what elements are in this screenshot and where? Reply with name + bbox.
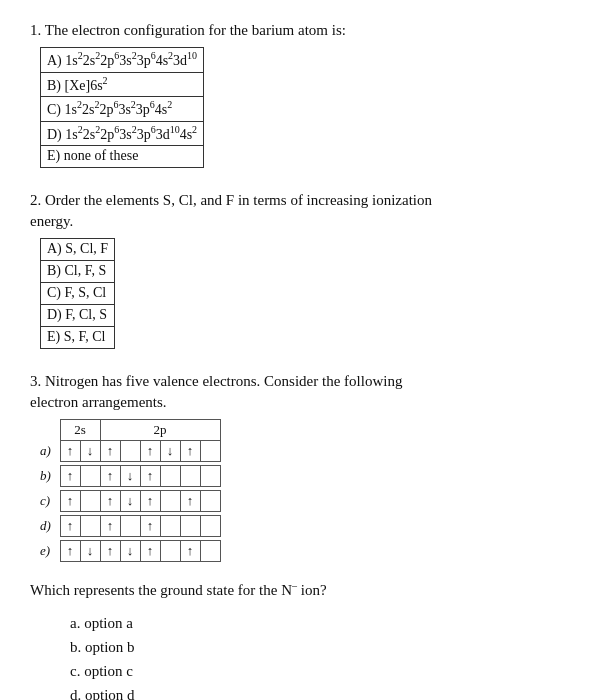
q1-option-b: B) [Xe]6s2 <box>41 72 204 97</box>
row-c-s-down <box>80 490 100 511</box>
row-a-s-down: ↓ <box>80 440 100 461</box>
question-3: 3. Nitrogen has five valence electrons. … <box>30 371 560 700</box>
electron-row-b: b) ↑ ↑ ↓ ↑ <box>40 465 220 486</box>
question-1-text: 1. The electron configuration for the ba… <box>30 20 560 41</box>
row-d-s-down <box>80 515 100 536</box>
q2-option-d: D) F, Cl, S <box>41 304 115 326</box>
row-d-p3-down <box>200 515 220 536</box>
row-d-p2-down <box>160 515 180 536</box>
question-2-text: 2. Order the elements S, Cl, and F in te… <box>30 190 560 232</box>
row-b-p1-up: ↑ <box>100 465 120 486</box>
q2-option-c: C) F, S, Cl <box>41 282 115 304</box>
electron-arrangement-table: 2s 2p a) ↑ ↓ ↑ ↑ ↓ ↑ b) ↑ ↑ ↓ ↑ <box>40 419 221 562</box>
row-b-p3-down <box>200 465 220 486</box>
table-row: A) S, Cl, F <box>41 239 115 261</box>
row-e-s-down: ↓ <box>80 540 100 561</box>
row-c-s-up: ↑ <box>60 490 80 511</box>
row-a-label: a) <box>40 440 60 461</box>
q2-options-table: A) S, Cl, F B) Cl, F, S C) F, S, Cl D) F… <box>40 238 115 348</box>
answer-c: c. option c <box>70 659 560 683</box>
row-d-p2-up: ↑ <box>140 515 160 536</box>
table-row: A) 1s22s22p63s23p64s23d10 <box>41 48 204 73</box>
q3-number: 3. <box>30 373 45 389</box>
answer-a: a. option a <box>70 611 560 635</box>
row-e-s-up: ↑ <box>60 540 80 561</box>
table-row: D) F, Cl, S <box>41 304 115 326</box>
row-b-label: b) <box>40 465 60 486</box>
table-row: C) F, S, Cl <box>41 282 115 304</box>
q1-option-c: C) 1s22s22p63s23p64s2 <box>41 97 204 122</box>
row-e-p3-down <box>200 540 220 561</box>
answer-section: a. option a b. option b c. option c d. o… <box>50 611 560 700</box>
answer-b: b. option b <box>70 635 560 659</box>
row-a-p3-down <box>200 440 220 461</box>
electron-row-a: a) ↑ ↓ ↑ ↑ ↓ ↑ <box>40 440 220 461</box>
row-e-p3-up: ↑ <box>180 540 200 561</box>
header-2s: 2s <box>60 419 100 440</box>
row-e-p2-down <box>160 540 180 561</box>
q2-option-a: A) S, Cl, F <box>41 239 115 261</box>
ground-state-question: Which represents the ground state for th… <box>30 579 560 601</box>
row-a-p3-up: ↑ <box>180 440 200 461</box>
q1-option-a: A) 1s22s22p63s23p64s23d10 <box>41 48 204 73</box>
row-a-s-up: ↑ <box>60 440 80 461</box>
row-a-p2-up: ↑ <box>140 440 160 461</box>
row-c-p3-up: ↑ <box>180 490 200 511</box>
row-b-p2-up: ↑ <box>140 465 160 486</box>
row-e-p1-down: ↓ <box>120 540 140 561</box>
table-row: E) S, F, Cl <box>41 326 115 348</box>
row-d-s-up: ↑ <box>60 515 80 536</box>
electron-header-row: 2s 2p <box>40 419 220 440</box>
q1-option-d: D) 1s22s22p63s23p63d104s2 <box>41 121 204 146</box>
row-e-p2-up: ↑ <box>140 540 160 561</box>
row-b-s-down <box>80 465 100 486</box>
row-d-p1-down <box>120 515 140 536</box>
header-label-blank <box>40 419 60 440</box>
electron-row-c: c) ↑ ↑ ↓ ↑ ↑ <box>40 490 220 511</box>
table-row: E) none of these <box>41 146 204 168</box>
q1-option-e: E) none of these <box>41 146 204 168</box>
question-3-text: 3. Nitrogen has five valence electrons. … <box>30 371 560 413</box>
table-row: B) Cl, F, S <box>41 260 115 282</box>
row-c-p1-down: ↓ <box>120 490 140 511</box>
row-a-p2-down: ↓ <box>160 440 180 461</box>
row-b-p1-down: ↓ <box>120 465 140 486</box>
q1-options-table: A) 1s22s22p63s23p64s23d10 B) [Xe]6s2 C) … <box>40 47 204 168</box>
row-d-p3-up <box>180 515 200 536</box>
row-c-p2-up: ↑ <box>140 490 160 511</box>
q1-number: 1. <box>30 22 45 38</box>
row-c-p2-down <box>160 490 180 511</box>
question-1: 1. The electron configuration for the ba… <box>30 20 560 168</box>
row-c-label: c) <box>40 490 60 511</box>
table-row: C) 1s22s22p63s23p64s2 <box>41 97 204 122</box>
row-c-p3-down <box>200 490 220 511</box>
q2-number: 2. <box>30 192 45 208</box>
table-row: B) [Xe]6s2 <box>41 72 204 97</box>
row-c-p1-up: ↑ <box>100 490 120 511</box>
electron-row-d: d) ↑ ↑ ↑ <box>40 515 220 536</box>
row-b-p3-up <box>180 465 200 486</box>
header-2p: 2p <box>100 419 220 440</box>
row-a-p1-down <box>120 440 140 461</box>
row-e-p1-up: ↑ <box>100 540 120 561</box>
answer-d: d. option d <box>70 683 560 700</box>
row-b-p2-down <box>160 465 180 486</box>
row-d-label: d) <box>40 515 60 536</box>
table-row: D) 1s22s22p63s23p63d104s2 <box>41 121 204 146</box>
row-a-p1-up: ↑ <box>100 440 120 461</box>
electron-row-e: e) ↑ ↓ ↑ ↓ ↑ ↑ <box>40 540 220 561</box>
q2-option-b: B) Cl, F, S <box>41 260 115 282</box>
question-2: 2. Order the elements S, Cl, and F in te… <box>30 190 560 348</box>
row-d-p1-up: ↑ <box>100 515 120 536</box>
q2-option-e: E) S, F, Cl <box>41 326 115 348</box>
row-e-label: e) <box>40 540 60 561</box>
row-b-s-up: ↑ <box>60 465 80 486</box>
